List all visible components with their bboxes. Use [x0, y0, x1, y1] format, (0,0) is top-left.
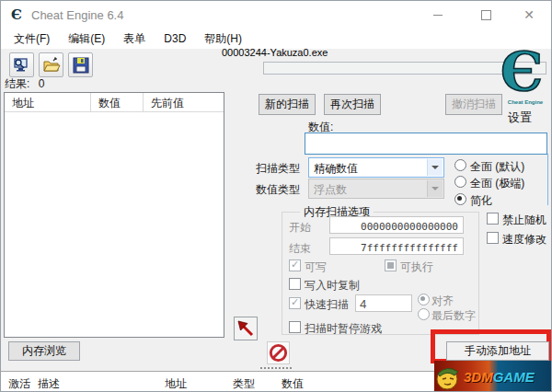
pause-game-checkbox[interactable] [289, 321, 301, 333]
results-count: 0 [39, 77, 45, 90]
app-icon[interactable]: Є [10, 7, 25, 22]
next-scan-button[interactable]: 再次扫描 [324, 94, 381, 115]
copy-on-write-checkbox[interactable] [289, 278, 301, 290]
radio-all-default-label[interactable]: 全面 (默认) [470, 159, 524, 175]
close-icon: ✕ [523, 8, 535, 21]
writable-label: 可写 [305, 259, 327, 275]
executable-label: 可执行 [400, 259, 433, 275]
start-label: 开始 [289, 220, 311, 236]
value-type-dropdown: 浮点数 [308, 179, 444, 199]
no-entry-icon [268, 342, 289, 363]
scan-type-dropdown[interactable]: 精确数值 [308, 157, 444, 178]
open-table-button[interactable] [39, 52, 63, 77]
scan-type-label: 扫描类型 [256, 161, 300, 177]
value-input[interactable] [305, 133, 547, 155]
value-type-label: 数值类型 [256, 182, 300, 198]
cheat-engine-logo: Є [499, 43, 552, 100]
menu-edit[interactable]: 编辑(E) [59, 29, 114, 50]
select-process-button[interactable] [9, 52, 34, 77]
chevron-down-icon [427, 159, 443, 176]
menu-d3d[interactable]: D3D [155, 29, 195, 48]
cheat-engine-window: Є Cheat Engine 6.4 ✕ 文件(F) 编辑(E) 表单 D3D … [0, 0, 552, 392]
aligned-label[interactable]: 对齐 [431, 294, 454, 309]
column-header-value[interactable]: 数值 [282, 376, 304, 392]
svg-text:Є: Є [11, 7, 22, 22]
no-random-checkbox[interactable] [487, 213, 499, 225]
stop-address-input[interactable] [329, 237, 464, 255]
radio-simplified[interactable] [454, 193, 466, 205]
minimize-icon [433, 15, 443, 16]
column-header-previous[interactable]: 先前值 [144, 93, 224, 111]
last-digits-radio[interactable] [418, 308, 430, 320]
menu-bar: 文件(F) 编辑(E) 表单 D3D 帮助(H) [1, 29, 551, 49]
open-folder-icon [42, 56, 61, 75]
radio-simplified-label[interactable]: 简化 [470, 193, 492, 209]
3dm-mascot-icon [434, 363, 462, 392]
splitter-handle[interactable] [260, 367, 292, 369]
scan-mode-panel-border [547, 154, 548, 205]
speedhack-label[interactable]: 速度修改 [502, 232, 546, 248]
writable-checkbox[interactable] [289, 259, 301, 271]
maximize-button[interactable] [470, 1, 501, 29]
undo-scan-button: 撤消扫描 [445, 94, 502, 115]
stop-label: 结束 [289, 241, 311, 257]
fast-scan-label[interactable]: 快速扫描 [305, 297, 349, 313]
column-header-active[interactable]: 激活 [8, 376, 30, 392]
memory-view-button[interactable]: 内存浏览 [8, 341, 80, 361]
results-label: 结果: [5, 77, 29, 90]
save-icon [72, 56, 90, 75]
copy-on-write-label[interactable]: 写入时复制 [305, 278, 360, 294]
fast-scan-alignment-input[interactable] [355, 294, 412, 312]
select-process-icon [13, 56, 31, 75]
radio-all-extreme[interactable] [454, 176, 466, 188]
radio-all-default[interactable] [454, 159, 466, 171]
minimize-button[interactable] [422, 1, 454, 29]
found-address-list[interactable]: 地址 数值 先前值 [4, 92, 224, 338]
speedhack-checkbox[interactable] [487, 232, 499, 244]
column-header-value[interactable]: 数值 [91, 93, 144, 111]
add-address-manually-button[interactable]: 手动添加地址 [446, 341, 549, 361]
no-random-label[interactable]: 禁止随机 [502, 213, 546, 228]
menu-table[interactable]: 表单 [114, 29, 155, 50]
last-digits-label[interactable]: 最后数字 [431, 308, 476, 324]
column-header-description[interactable]: 描述 [38, 376, 60, 392]
watermark-3dm-text: 3DM [464, 369, 493, 385]
save-table-button[interactable] [68, 52, 93, 77]
process-name: 00003244-Yakuza0.exe [222, 47, 328, 58]
results-line: 结果: 0 [5, 76, 44, 92]
copy-to-address-list-button[interactable] [234, 317, 258, 340]
found-list-header: 地址 数值 先前值 [5, 93, 224, 112]
logo-caption: Cheat Engine [499, 99, 552, 105]
new-scan-button[interactable]: 新的扫描 [259, 94, 316, 115]
aligned-radio[interactable] [418, 294, 430, 306]
pause-game-label[interactable]: 扫描时暂停游戏 [305, 321, 382, 337]
watermark-game-text: GAME [493, 369, 535, 385]
radio-all-extreme-label[interactable]: 全面 (极端) [470, 176, 524, 191]
column-header-type[interactable]: 类型 [233, 376, 255, 392]
block-button[interactable] [267, 341, 290, 364]
value-type-value: 浮点数 [314, 183, 347, 196]
settings-link[interactable]: 设置 [508, 110, 532, 126]
fast-scan-checkbox[interactable] [289, 297, 301, 309]
menu-file[interactable]: 文件(F) [5, 29, 59, 50]
column-header-address[interactable]: 地址 [5, 93, 91, 111]
start-address-input[interactable] [329, 216, 464, 234]
red-arrow-icon [235, 317, 257, 340]
svg-text:Є: Є [500, 43, 543, 100]
column-header-address[interactable]: 地址 [165, 376, 187, 392]
scan-type-value: 精确数值 [314, 162, 358, 175]
maximize-icon [481, 10, 491, 20]
chevron-down-icon [427, 180, 443, 197]
3dmgame-watermark: 3DM GAME [434, 361, 552, 392]
executable-checkbox[interactable] [385, 259, 397, 271]
window-title: Cheat Engine 6.4 [31, 8, 123, 22]
close-button[interactable]: ✕ [513, 1, 545, 29]
title-bar: Є Cheat Engine 6.4 ✕ [1, 1, 551, 29]
